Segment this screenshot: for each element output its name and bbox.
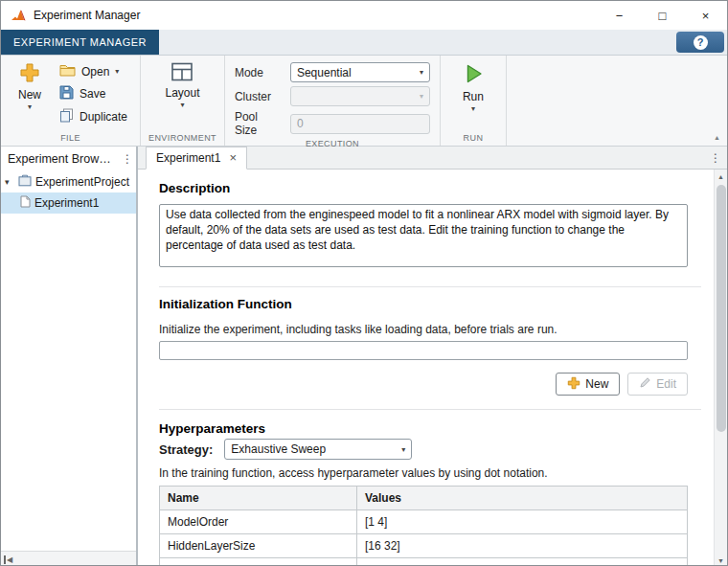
collapse-ribbon-button[interactable]: ▲ <box>714 134 720 141</box>
help-button[interactable]: ? <box>676 32 724 53</box>
ribbon-section-run: Run ▾ RUN <box>441 56 507 146</box>
experiment-icon <box>20 195 31 211</box>
file-section-label: FILE <box>7 131 134 146</box>
strategy-row: Strategy: Exhaustive Sweep ▾ <box>159 439 687 460</box>
hyperparameter-name-cell[interactable]: ModelOrder <box>160 510 357 534</box>
chevron-down-icon: ▾ <box>115 68 119 75</box>
save-button[interactable]: Save <box>53 84 134 104</box>
strategy-label: Strategy: <box>159 442 213 457</box>
hyperparameters-hint: In the training function, access hyperpa… <box>159 466 687 481</box>
duplicate-button[interactable]: Duplicate <box>53 106 134 126</box>
pool-size-input <box>290 114 430 134</box>
open-label: Open <box>81 65 109 79</box>
document-menu-icon[interactable]: ⋮ <box>710 151 721 165</box>
scroll-left-icon[interactable]: ◀ <box>4 555 12 564</box>
close-tab-icon[interactable]: × <box>229 152 237 164</box>
table-row: HiddenLayerSize [16 32] <box>160 534 688 558</box>
section-divider <box>159 409 701 410</box>
run-button[interactable]: Run ▾ <box>450 58 496 131</box>
toolstrip-tab-bar: EXPERIMENT MANAGER ? <box>1 30 727 56</box>
document-tab-label: Experiment1 <box>156 151 220 165</box>
project-icon <box>18 174 32 190</box>
initialization-buttons: New Edit <box>159 373 688 396</box>
hyperparameter-values-cell[interactable]: [10 100] <box>357 558 688 566</box>
hyperparameter-values-cell[interactable]: [1 4] <box>357 510 688 534</box>
tree-item-project[interactable]: ▾ ExperimentProject <box>1 171 136 192</box>
chevron-down-icon: ▾ <box>420 69 423 76</box>
table-row: ModelOrder [1 4] <box>160 510 688 534</box>
tab-experiment-manager[interactable]: EXPERIMENT MANAGER <box>1 30 159 55</box>
table-row: SampleRate [10 100] <box>160 558 688 566</box>
minimize-button[interactable]: − <box>598 1 641 30</box>
run-label: Run <box>463 90 484 103</box>
tree-item-experiment1[interactable]: Experiment1 <box>1 192 136 214</box>
maximize-button[interactable]: □ <box>641 1 684 30</box>
pool-size-label: Pool Size <box>235 110 283 137</box>
column-header-values: Values <box>357 487 688 510</box>
new-icon <box>567 376 580 393</box>
layout-button[interactable]: Layout ▾ <box>159 58 205 131</box>
document-area: Experiment1 × ⋮ Description Use data col… <box>138 147 727 566</box>
hyperparameter-name-cell[interactable]: SampleRate <box>160 558 357 566</box>
layout-icon <box>171 62 193 84</box>
cluster-label: Cluster <box>235 90 283 103</box>
mode-value: Sequential <box>297 66 352 79</box>
column-header-name: Name <box>160 487 357 510</box>
vertical-scrollbar: ▲ ▼ <box>714 170 727 566</box>
duplicate-icon <box>59 108 74 125</box>
chevron-down-icon: ▾ <box>401 446 405 453</box>
expander-icon[interactable]: ▾ <box>5 177 14 187</box>
new-function-label: New <box>585 377 608 391</box>
panel-menu-icon[interactable]: ⋮ <box>122 152 133 166</box>
close-button[interactable]: × <box>684 1 727 30</box>
chevron-down-icon: ▾ <box>420 93 423 100</box>
execution-controls: Mode Sequential ▾ Cluster ▾ Pool Size <box>231 58 434 137</box>
chevron-down-icon: ▾ <box>180 102 184 108</box>
experiment-form: Description Use data collected from the … <box>138 170 714 566</box>
folder-icon <box>59 63 76 79</box>
mode-dropdown[interactable]: Sequential ▾ <box>290 62 430 82</box>
browser-panel-scrollbar: ◀ <box>1 551 136 566</box>
help-icon: ? <box>694 35 708 50</box>
scrollbar-thumb[interactable] <box>717 185 726 432</box>
app-body: Experiment Browser ⋮ ▾ ExperimentProject <box>1 147 727 566</box>
title-bar: Experiment Manager − □ × <box>1 1 727 30</box>
save-icon <box>59 85 74 102</box>
ribbon-section-file: New ▾ Open ▾ <box>1 56 141 146</box>
description-heading: Description <box>159 181 687 196</box>
scroll-down-icon[interactable]: ▼ <box>715 554 728 566</box>
save-label: Save <box>80 87 105 101</box>
new-function-button[interactable]: New <box>556 373 620 396</box>
tree-item-label: ExperimentProject <box>35 175 129 189</box>
matlab-logo-icon <box>11 9 26 22</box>
new-label: New <box>18 88 41 102</box>
initialization-heading: Initialization Function <box>159 297 687 312</box>
pencil-icon <box>639 376 651 392</box>
chevron-down-icon: ▾ <box>28 103 32 110</box>
initialization-function-input[interactable] <box>159 341 688 360</box>
scroll-up-icon[interactable]: ▲ <box>715 170 728 183</box>
run-icon <box>462 62 485 88</box>
hyperparameter-values-cell[interactable]: [16 32] <box>357 534 688 558</box>
edit-function-button: Edit <box>627 373 688 396</box>
tab-experiment1[interactable]: Experiment1 × <box>146 147 247 170</box>
open-button[interactable]: Open ▾ <box>53 61 134 81</box>
chevron-down-icon: ▾ <box>471 105 475 112</box>
initialization-hint: Initialize the experiment, including tas… <box>159 323 687 337</box>
strategy-dropdown[interactable]: Exhaustive Sweep ▾ <box>224 439 412 460</box>
duplicate-label: Duplicate <box>80 110 127 124</box>
document-content: Description Use data collected from the … <box>138 170 727 566</box>
strategy-value: Exhaustive Sweep <box>231 442 326 456</box>
ribbon-section-execution: Mode Sequential ▾ Cluster ▾ Pool Size EX… <box>225 56 441 146</box>
section-divider <box>159 286 701 287</box>
window-title: Experiment Manager <box>34 9 140 22</box>
experiment-manager-window: Experiment Manager − □ × EXPERIMENT MANA… <box>0 0 728 566</box>
tree-item-label: Experiment1 <box>34 196 99 210</box>
description-textarea[interactable]: Use data collected from the enginespeed … <box>159 204 688 267</box>
cluster-dropdown: ▾ <box>290 86 430 106</box>
toolstrip-ribbon: New ▾ Open ▾ <box>1 56 727 147</box>
environment-section-label: ENVIRONMENT <box>147 131 218 146</box>
hyperparameter-name-cell[interactable]: HiddenLayerSize <box>160 534 357 558</box>
new-button[interactable]: New ▾ <box>7 58 53 131</box>
mode-label: Mode <box>235 66 283 79</box>
